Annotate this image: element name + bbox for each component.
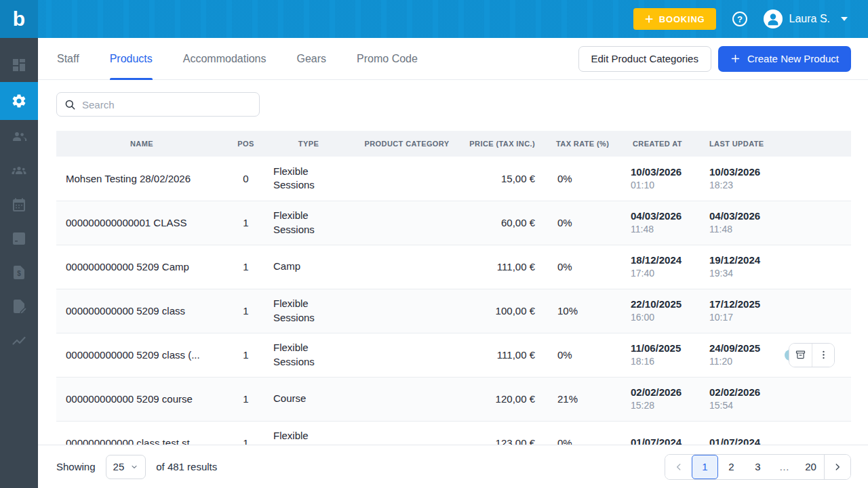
- booking-button[interactable]: BOOKING: [633, 8, 716, 30]
- chevron-right-icon: [833, 462, 842, 472]
- created-at-cell: 02/02/2026 15:28: [614, 377, 692, 421]
- page-size-value: 25: [113, 461, 125, 472]
- page-button-3[interactable]: 3: [745, 455, 771, 479]
- table-row[interactable]: 000000000000 5209 class 1 Flexible Sessi…: [56, 289, 851, 333]
- topbar: b BOOKING ? Laura S.: [0, 0, 868, 38]
- category-cell: [353, 157, 461, 201]
- category-cell: [353, 377, 461, 421]
- search-input[interactable]: [82, 99, 252, 110]
- create-new-product-button[interactable]: Create New Product: [718, 46, 851, 72]
- tab-products[interactable]: Products: [110, 38, 153, 80]
- table-row[interactable]: Mohsen Testing 28/02/2026 0 Flexible Ses…: [56, 157, 851, 201]
- table-row[interactable]: 000000000000 class test st 1 Flexible Se…: [56, 421, 851, 445]
- group-icon: [11, 163, 27, 179]
- updated-date: 10/03/2026: [709, 165, 773, 179]
- avatar-icon: [764, 9, 783, 28]
- showing-label: Showing: [56, 461, 96, 472]
- chevron-left-icon: [674, 462, 684, 472]
- tab-bar: Staff Products Accommodations Gears Prom…: [38, 38, 868, 80]
- column-header-product-category: PRODUCT CATEGORY: [353, 131, 461, 157]
- created-time: 16:00: [631, 311, 692, 324]
- last-update-cell: 10/03/2026 18:23: [692, 157, 773, 201]
- kebab-menu-icon: [818, 349, 829, 361]
- column-header-created-at: CREATED AT: [614, 131, 692, 157]
- sidebar-item-contracts[interactable]: [0, 289, 38, 323]
- sidebar-item-calendar[interactable]: [0, 188, 38, 222]
- app-logo[interactable]: b: [0, 0, 38, 38]
- pos-cell: 1: [227, 333, 264, 377]
- next-page-button[interactable]: [824, 455, 850, 479]
- pagination: 123…20: [665, 454, 851, 480]
- product-name-cell: 000000000000001 CLASS: [56, 201, 227, 245]
- tax-rate-cell: 10%: [542, 289, 614, 333]
- sidebar-item-reports[interactable]: [0, 323, 38, 357]
- pos-cell: 1: [227, 245, 264, 289]
- category-cell: [353, 245, 461, 289]
- tax-rate-cell: 0%: [542, 333, 614, 377]
- tax-rate-cell: 0%: [542, 157, 614, 201]
- sidebar-item-groups[interactable]: [0, 154, 38, 188]
- archive-icon: [795, 349, 806, 361]
- updated-date: 01/07/2024: [709, 436, 773, 445]
- updated-date: 04/03/2026: [709, 209, 773, 223]
- tab-staff[interactable]: Staff: [57, 38, 79, 80]
- updated-time: 10:17: [709, 311, 773, 324]
- type-cell: Course: [264, 377, 353, 421]
- created-date: 10/03/2026: [631, 165, 692, 179]
- table-row[interactable]: 000000000000001 CLASS 1 Flexible Session…: [56, 201, 851, 245]
- sidebar-item-settings[interactable]: [0, 82, 38, 120]
- user-name: Laura S.: [789, 13, 830, 25]
- tab-accommodations[interactable]: Accommodations: [183, 38, 267, 80]
- pos-cell: 1: [227, 421, 264, 445]
- tab-gears[interactable]: Gears: [296, 38, 326, 80]
- edit-product-categories-button[interactable]: Edit Product Categories: [578, 46, 711, 72]
- created-date: 01/07/2024: [631, 436, 692, 445]
- created-date: 04/03/2026: [631, 209, 692, 223]
- tax-rate-cell: 0%: [542, 201, 614, 245]
- created-time: 17:40: [631, 267, 692, 280]
- search-icon: [64, 98, 77, 111]
- prev-page-button[interactable]: [665, 455, 692, 479]
- sidebar-item-invoices[interactable]: $: [0, 256, 38, 289]
- type-cell: Flexible Sessions: [264, 289, 353, 333]
- column-header-actions: [773, 131, 851, 157]
- row-actions-cell: [773, 245, 851, 289]
- archive-button[interactable]: [789, 344, 812, 367]
- table-row[interactable]: 000000000000 5209 course 1 Course 120,00…: [56, 377, 851, 421]
- row-actions-cell: [773, 289, 851, 333]
- created-time: 11:48: [631, 223, 692, 236]
- gear-icon: [11, 93, 27, 109]
- checklist-icon: [11, 230, 27, 247]
- column-header-price-tax-inc: PRICE (TAX INC.): [461, 131, 542, 157]
- page-size-select[interactable]: 25: [106, 455, 146, 479]
- last-update-cell: 04/03/2026 11:48: [692, 201, 773, 245]
- pos-cell: 0: [227, 157, 264, 201]
- row-actions-cell: [773, 157, 851, 201]
- page-button-1[interactable]: 1: [692, 455, 718, 479]
- price-cell: 60,00 €: [461, 201, 542, 245]
- last-update-cell: 01/07/2024: [692, 421, 773, 445]
- page-button-2[interactable]: 2: [718, 455, 745, 479]
- sidebar-item-dashboard[interactable]: [0, 48, 38, 82]
- table-row[interactable]: 000000000000 5209 class (... 1 Flexible …: [56, 333, 851, 377]
- tab-promo-code[interactable]: Promo Code: [357, 38, 418, 80]
- user-menu[interactable]: Laura S.: [764, 9, 848, 28]
- sidebar-item-tasks[interactable]: [0, 222, 38, 256]
- row-menu-button[interactable]: [812, 344, 834, 367]
- column-header-pos: POS: [227, 131, 264, 157]
- table-row[interactable]: 000000000000 5209 Camp 1 Camp 111,00 € 0…: [56, 245, 851, 289]
- plus-icon: [644, 14, 654, 24]
- created-time: 15:28: [631, 399, 692, 412]
- row-actions-cell: [773, 201, 851, 245]
- created-at-cell: 01/07/2024: [614, 421, 692, 445]
- sidebar-item-customers[interactable]: [0, 120, 38, 154]
- svg-text:?: ?: [737, 14, 743, 24]
- help-button[interactable]: ?: [731, 10, 749, 28]
- tax-rate-cell: 0%: [542, 421, 614, 445]
- search-box: [56, 92, 260, 117]
- created-at-cell: 22/10/2025 16:00: [614, 289, 692, 333]
- caret-down-icon: [841, 17, 848, 21]
- page-button-20[interactable]: 20: [797, 455, 824, 479]
- column-header-last-update: LAST UPDATE: [692, 131, 773, 157]
- price-cell: 120,00 €: [461, 377, 542, 421]
